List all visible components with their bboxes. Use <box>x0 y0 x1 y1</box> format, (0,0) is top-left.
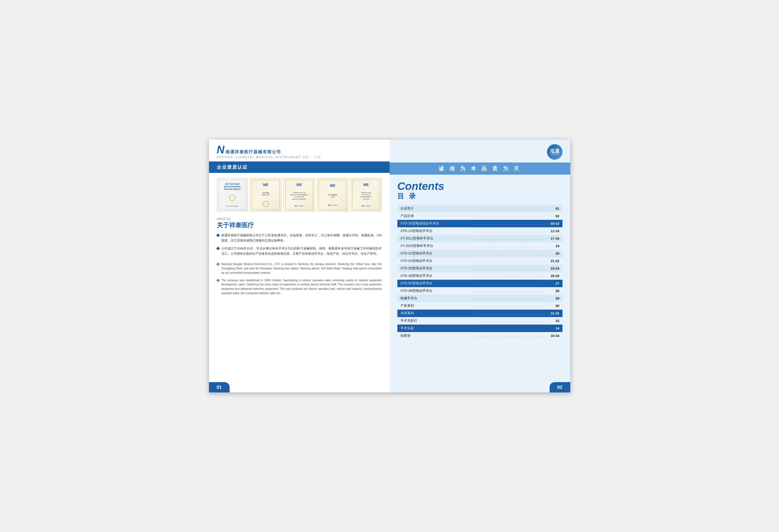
toc-item-page: 30 <box>546 304 559 308</box>
toc-item-page: 25-26 <box>546 274 559 278</box>
toc-item-name: 硅胶垫 <box>401 333 471 338</box>
toc-item-page: 21-22 <box>546 259 559 263</box>
cert-iaf-3: IAF <box>295 205 298 207</box>
toc-item-page: 19 <box>546 244 559 248</box>
cert-cnas-4: CNAS <box>332 204 337 206</box>
toc-dots <box>474 254 544 255</box>
about-us-label: About Us <box>217 217 382 221</box>
toc-item-page: 33-34 <box>546 334 559 338</box>
toc-item-page: 33 <box>546 319 559 323</box>
about-us-title: 关于祥泰医疗 <box>217 221 382 229</box>
toc-item-page: 28 <box>546 289 559 293</box>
cert-card-1: CE TechnicalDocumentationReview Report △… <box>217 178 248 212</box>
en-para-2-text: The company was established in 2008 Octo… <box>221 278 382 295</box>
cert-logo-5: ME <box>363 183 369 187</box>
toc-row: XTD-1A型电动手术台11-16 <box>397 227 562 235</box>
en-para-1: Nantong Xiangtai Medical Instrument Co.,… <box>217 262 382 275</box>
big-n-letter: N <box>217 144 225 155</box>
toc-item-page: 11-16 <box>546 229 559 233</box>
toc-row: 企业简介01 <box>397 205 562 212</box>
company-en-text: ANTONG XIANGTAI MEDICAL INSTRUMENT CO., … <box>217 156 323 159</box>
toc-row: 硅胶垫33-34 <box>397 332 562 340</box>
toc-item-name: XTD-2E型电动综合手术台 <box>401 221 471 226</box>
cn-para-2-text: 公司成立于2008年10月，专业从事以电动手术台为主的医疗器械研制、销售。聚集着… <box>221 246 382 256</box>
toc-item-page: 02 <box>546 214 559 218</box>
toc-row: 产床系列30 <box>397 302 562 310</box>
catalog-spread: N 南通祥泰医疗器械有限公司 ANTONG XIANGTAI MEDICAL I… <box>209 139 570 393</box>
about-highlight: 祥泰医疗 <box>229 222 254 229</box>
cert-logo-3: ME <box>296 183 302 187</box>
contents-title-cn: 目 录 <box>397 192 562 201</box>
toc-row: XTD-1B型电动手术台25-26 <box>397 272 562 280</box>
toc-dots <box>474 217 544 217</box>
toc-item-page: 27 <box>546 282 559 285</box>
cert-title-2: 医疗器械销售认证书 <box>261 192 271 196</box>
toc-dots <box>474 314 544 314</box>
company-name-cn: N 南通祥泰医疗器械有限公司 <box>217 144 323 155</box>
cert-cnas-3: CNAS <box>299 205 304 207</box>
diamond-icon-3 <box>216 262 220 266</box>
toc-dots <box>474 284 544 285</box>
toc-row: XTD-2E型电动综合手术台03-10 <box>397 220 562 227</box>
toc-item-page: 01 <box>546 206 559 211</box>
toc-dots <box>474 277 544 277</box>
toc-item-name: 产品目录 <box>401 214 471 218</box>
page-number-left: 01 <box>209 382 230 393</box>
toc-row: XT-2015型骨科手术台19 <box>397 242 562 250</box>
toc-item-name: 机械手术台 <box>401 296 471 301</box>
toc-item-name: XTD-3C型电动手术台 <box>401 281 471 286</box>
left-header: N 南通祥泰医疗器械有限公司 ANTONG XIANGTAI MEDICAL I… <box>209 139 390 162</box>
company-name-block: N 南通祥泰医疗器械有限公司 ANTONG XIANGTAI MEDICAL I… <box>217 144 323 159</box>
toc-row: 吊塔系列31-32 <box>397 310 562 317</box>
toc-row: XTD-1C型电动手术台20 <box>397 250 562 257</box>
toc-item-page: 03-10 <box>546 222 559 226</box>
toc-row: XTD-3C型电动手术台27 <box>397 280 562 287</box>
toc-item-page: 17-19 <box>546 237 559 240</box>
toc-item-name: XTD-1C型电动手术台 <box>401 251 471 256</box>
toc-dots <box>474 322 544 322</box>
toc-dots <box>474 262 544 262</box>
toc-item-page: 20 <box>546 251 559 255</box>
toc-item-name: 手术无影灯 <box>401 318 471 323</box>
diamond-icon-4 <box>216 279 220 282</box>
toc-item-page: 23-24 <box>546 267 559 271</box>
en-para-2: The company was established in 2008 Octo… <box>217 278 382 295</box>
diamond-icon-1 <box>216 234 220 237</box>
page-number-right: 02 <box>550 382 570 393</box>
diamond-icon-2 <box>216 247 220 250</box>
cert-logo-1: CE TechnicalDocumentationReview Report <box>224 183 241 190</box>
cert-logo-2: ME <box>263 183 268 187</box>
toc-item-name: XTD-1B型电动手术台 <box>401 274 471 278</box>
cert-seal-2: IAF <box>263 201 269 207</box>
cert-card-3: ME CERTIFICATE OFQUALITY MANAGEMENTSYSTE… <box>284 178 315 212</box>
toc-dots <box>474 239 544 240</box>
left-page: N 南通祥泰医疗器械有限公司 ANTONG XIANGTAI MEDICAL I… <box>209 139 390 393</box>
right-page: 泓通 shengtong 诚 信 为 本 品 质 为 天 Contents 目 … <box>390 139 570 393</box>
toc-item-name: XT-2015型骨科手术台 <box>401 244 471 248</box>
cert-card-5: ME CERTIFICATEOF QUALITYMANAGEMENTSYSTEM… <box>350 178 382 212</box>
company-cn-text: 南通祥泰医疗器械有限公司 <box>226 150 281 155</box>
toc-dots <box>474 307 544 307</box>
cert-title-3: CERTIFICATE OFQUALITY MANAGEMENTSYSTEM F… <box>289 192 309 200</box>
right-header: 泓通 shengtong <box>390 139 570 163</box>
toc-row: XTD-2A型电动手术台21-22 <box>397 257 562 265</box>
toc-row: XT-2011型骨科手术台17-19 <box>397 235 562 242</box>
toc-item-name: 企业简介 <box>401 206 471 211</box>
toc-row: 手术头架34 <box>397 324 562 332</box>
toc-dots <box>474 299 544 300</box>
toc-dots <box>474 210 544 210</box>
cert-iaf-4: IAF <box>328 204 331 206</box>
toc-table: 企业简介01产品目录02XTD-2E型电动综合手术台03-10XTD-1A型电动… <box>397 205 562 340</box>
cert-card-2: ME 医疗器械销售认证书 IAF <box>250 178 282 212</box>
cn-para-2: 公司成立于2008年10月，专业从事以电动手术台为主的医疗器械研制、销售。聚集着… <box>217 246 382 256</box>
toc-item-name: XTD-1A型电动手术台 <box>401 229 471 233</box>
cert-logo-4: ME <box>330 183 336 188</box>
certs-row: CE TechnicalDocumentationReview Report △… <box>217 178 382 212</box>
cert-card-4: ME 医疗器械销售认证书 IAF CNAS <box>317 178 348 212</box>
cn-para-1-text: 南通祥泰医疗器械有限公司位于江苏省南通市区。滨临黄海，傍依长江，与上海市相携。南… <box>221 233 382 243</box>
right-content: Contents 目 录 企业简介01产品目录02XTD-2E型电动综合手术台0… <box>390 175 570 393</box>
toc-dots <box>474 337 544 337</box>
cert-seal-1: △ <box>229 195 235 201</box>
toc-row: 产品目录02 <box>397 212 562 220</box>
toc-item-page: 29 <box>546 296 559 300</box>
